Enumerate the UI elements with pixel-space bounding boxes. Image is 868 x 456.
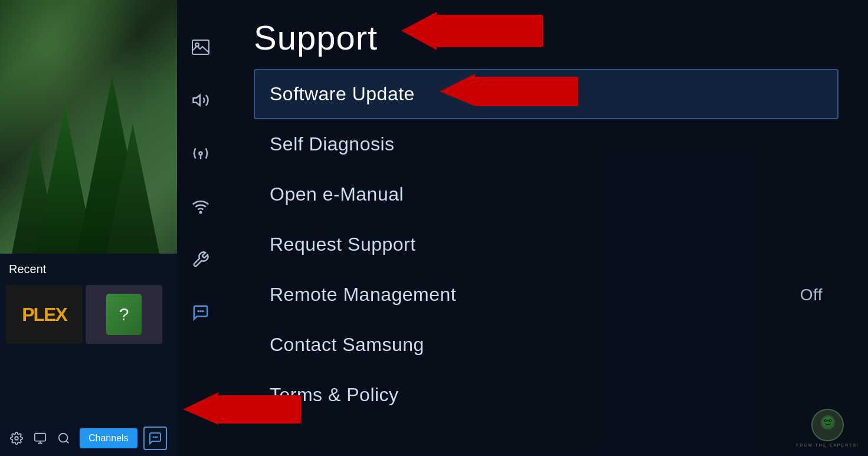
menu-item-label: Software Update — [270, 83, 415, 105]
tools-nav-icon[interactable] — [189, 248, 212, 271]
svg-point-4 — [58, 434, 67, 442]
menu-item-label: Self Diagnosis — [270, 133, 395, 155]
menu-item-software-update[interactable]: Software Update — [254, 69, 838, 119]
settings-icon[interactable] — [6, 428, 27, 449]
sound-nav-icon[interactable] — [189, 88, 212, 112]
recent-label: Recent — [0, 254, 177, 282]
main-content: Support Software Update Self Diagnosis O… — [224, 0, 868, 456]
menu-item-remote-management[interactable]: Remote Management Off — [254, 270, 838, 320]
source-icon[interactable] — [30, 428, 50, 449]
channels-button[interactable]: Channels — [80, 428, 137, 448]
menu-item-label: Open e-Manual — [270, 183, 404, 205]
svg-point-13 — [200, 212, 202, 214]
menu-item-emanual[interactable]: Open e-Manual — [254, 169, 838, 219]
plex-app-tile[interactable]: PLEX — [6, 285, 83, 344]
remote-management-status: Off — [800, 286, 823, 304]
menu-item-label: Request Support — [270, 234, 416, 255]
svg-rect-1 — [34, 434, 45, 441]
menu-item-label: Terms & Policy — [270, 384, 399, 406]
tv-background — [0, 0, 177, 254]
svg-point-12 — [199, 152, 202, 155]
search-icon[interactable] — [53, 428, 74, 449]
plex-logo: PLEX — [22, 304, 67, 326]
help-app-tile[interactable]: ? — [86, 285, 162, 344]
help-icon: ? — [106, 294, 142, 335]
svg-rect-9 — [192, 40, 209, 54]
watermark-logo — [811, 409, 844, 441]
menu-item-request-support[interactable]: Request Support — [254, 219, 838, 270]
svg-line-5 — [66, 441, 68, 443]
network-nav-icon[interactable] — [189, 195, 212, 218]
broadcast-nav-icon[interactable] — [189, 142, 212, 165]
menu-item-label: Contact Samsung — [270, 334, 424, 356]
svg-point-0 — [15, 437, 18, 440]
picture-nav-icon[interactable] — [189, 35, 212, 59]
svg-marker-11 — [194, 95, 200, 106]
menu-item-contact-samsung[interactable]: Contact Samsung — [254, 320, 838, 370]
page-title: Support — [254, 18, 838, 57]
svg-point-25 — [823, 416, 833, 427]
watermark: FROM THE EXPERTS! — [796, 409, 859, 447]
side-navigation — [177, 0, 224, 456]
recent-apps-container: PLEX ? — [0, 282, 177, 347]
menu-item-self-diagnosis[interactable]: Self Diagnosis — [254, 119, 838, 169]
menu-item-terms-policy[interactable]: Terms & Policy — [254, 370, 838, 420]
bottom-toolbar: Channels — [0, 421, 177, 456]
support-nav-icon[interactable] — [189, 301, 212, 324]
support-chat-icon[interactable] — [143, 427, 167, 450]
menu-item-label: Remote Management — [270, 284, 456, 306]
support-menu-list: Software Update Self Diagnosis Open e-Ma… — [254, 69, 838, 420]
watermark-text: FROM THE EXPERTS! — [796, 443, 859, 447]
